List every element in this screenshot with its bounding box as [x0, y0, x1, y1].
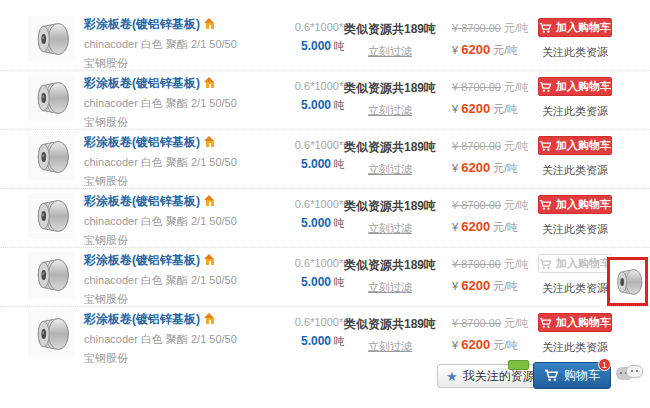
similar-resources-text: 类似资源共189吨 — [342, 257, 438, 274]
filter-now-link[interactable]: 立刻过滤 — [368, 162, 412, 177]
add-to-cart-button[interactable]: 加入购物车 — [538, 195, 612, 214]
followed-resources-button[interactable]: ★ 我关注的资源 — [437, 364, 546, 388]
add-to-cart-button[interactable]: 加入购物车 — [538, 254, 612, 273]
filter-now-link[interactable]: 立刻过滤 — [368, 103, 412, 118]
similar-column: 类似资源共189吨 立刻过滤 — [342, 198, 438, 236]
house-icon — [204, 18, 215, 29]
old-price-value: ¥ 8700.00 — [452, 258, 501, 270]
product-title-link[interactable]: 彩涂板卷(镀铝锌基板) — [84, 16, 274, 33]
action-column: 加入购物车 关注此类资源 — [536, 254, 614, 296]
follow-category-link[interactable]: 关注此类资源 — [542, 222, 608, 237]
product-info: 彩涂板卷(镀铝锌基板) chinacoder 白色 聚酯 2/1 50/50 宝… — [84, 16, 274, 71]
product-image[interactable] — [28, 252, 74, 298]
price-value: 6200 — [461, 337, 490, 352]
add-to-cart-button[interactable]: 加入购物车 — [538, 77, 612, 96]
product-attributes: chinacoder 白色 聚酯 2/1 50/50 — [84, 37, 274, 52]
product-attributes: chinacoder 白色 聚酯 2/1 50/50 — [84, 155, 274, 170]
product-company: 宝钢股份 — [84, 174, 274, 189]
product-title-link[interactable]: 彩涂板卷(镀铝锌基板) — [84, 193, 274, 210]
product-info: 彩涂板卷(镀铝锌基板) chinacoder 白色 聚酯 2/1 50/50 宝… — [84, 252, 274, 307]
product-row: 彩涂板卷(镀铝锌基板) chinacoder 白色 聚酯 2/1 50/50 宝… — [0, 307, 650, 366]
currency-symbol: ¥ — [452, 103, 461, 115]
old-price-value: ¥ 8700.00 — [452, 317, 501, 329]
quantity-value: 5.000 — [301, 216, 331, 230]
product-image[interactable] — [28, 134, 74, 180]
product-title-link[interactable]: 彩涂板卷(镀铝锌基板) — [84, 252, 274, 269]
product-company: 宝钢股份 — [84, 56, 274, 71]
product-title: 彩涂板卷(镀铝锌基板) — [84, 312, 200, 326]
followed-resources-label: 我关注的资源 — [463, 368, 535, 385]
house-icon — [204, 77, 215, 88]
price-unit: 元/吨 — [490, 44, 518, 56]
filter-now-link[interactable]: 立刻过滤 — [368, 44, 412, 59]
action-column: 加入购物车 关注此类资源 — [536, 77, 614, 119]
product-attributes: chinacoder 白色 聚酯 2/1 50/50 — [84, 96, 274, 111]
follow-category-link[interactable]: 关注此类资源 — [542, 340, 608, 355]
footer-bar: ★ 我关注的资源 购物车 1 — [0, 360, 650, 394]
steel-coil-image — [31, 254, 71, 296]
old-price-unit: 元/吨 — [504, 22, 529, 34]
product-attributes: chinacoder 白色 聚酯 2/1 50/50 — [84, 273, 274, 288]
cart-icon — [539, 22, 552, 34]
house-icon — [204, 195, 215, 206]
similar-column: 类似资源共189吨 立刻过滤 — [342, 257, 438, 295]
filter-now-link[interactable]: 立刻过滤 — [368, 280, 412, 295]
action-column: 加入购物车 关注此类资源 — [536, 18, 614, 60]
similar-column: 类似资源共189吨 立刻过滤 — [342, 139, 438, 177]
chat-bubbles-icon[interactable] — [616, 365, 644, 387]
follow-category-link[interactable]: 关注此类资源 — [542, 45, 608, 60]
old-price-unit: 元/吨 — [504, 258, 529, 270]
price-value: 6200 — [461, 278, 490, 293]
similar-column: 类似资源共189吨 立刻过滤 — [342, 316, 438, 354]
product-image[interactable] — [28, 16, 74, 62]
price-unit: 元/吨 — [490, 162, 518, 174]
product-title: 彩涂板卷(镀铝锌基板) — [84, 17, 200, 31]
price-unit: 元/吨 — [490, 221, 518, 233]
product-title-link[interactable]: 彩涂板卷(镀铝锌基板) — [84, 75, 274, 92]
old-price-unit: 元/吨 — [504, 199, 529, 211]
product-info: 彩涂板卷(镀铝锌基板) chinacoder 白色 聚酯 2/1 50/50 宝… — [84, 134, 274, 189]
cart-icon — [544, 369, 559, 382]
add-to-cart-button[interactable]: 加入购物车 — [538, 136, 612, 155]
price-value: 6200 — [461, 219, 490, 234]
product-attributes: chinacoder 白色 聚酯 2/1 50/50 — [84, 332, 274, 347]
filter-now-link[interactable]: 立刻过滤 — [368, 221, 412, 236]
product-company: 宝钢股份 — [84, 292, 274, 307]
product-company: 宝钢股份 — [84, 115, 274, 130]
steel-coil-image — [31, 77, 71, 119]
annotation-red-box — [607, 257, 648, 306]
filter-now-link[interactable]: 立刻过滤 — [368, 339, 412, 354]
cart-icon — [539, 140, 552, 152]
price-value: 6200 — [461, 160, 490, 175]
footer-cart-label: 购物车 — [564, 367, 600, 384]
add-to-cart-label: 加入购物车 — [556, 197, 611, 212]
similar-column: 类似资源共189吨 立刻过滤 — [342, 80, 438, 118]
currency-symbol: ¥ — [452, 221, 461, 233]
add-to-cart-button[interactable]: 加入购物车 — [538, 18, 612, 37]
green-badge — [508, 360, 529, 370]
follow-category-link[interactable]: 关注此类资源 — [542, 281, 608, 296]
add-to-cart-button[interactable]: 加入购物车 — [538, 313, 612, 332]
product-row: 彩涂板卷(镀铝锌基板) chinacoder 白色 聚酯 2/1 50/50 宝… — [0, 189, 650, 248]
product-image[interactable] — [28, 75, 74, 121]
product-image[interactable] — [28, 311, 74, 357]
product-company: 宝钢股份 — [84, 233, 274, 248]
product-info: 彩涂板卷(镀铝锌基板) chinacoder 白色 聚酯 2/1 50/50 宝… — [84, 75, 274, 130]
product-image[interactable] — [28, 193, 74, 239]
old-price-unit: 元/吨 — [504, 140, 529, 152]
quantity-value: 5.000 — [301, 39, 331, 53]
cart-icon — [539, 81, 552, 93]
old-price-unit: 元/吨 — [504, 81, 529, 93]
dragged-coil-thumbnail[interactable] — [612, 263, 644, 301]
page: 彩涂板卷(镀铝锌基板) chinacoder 白色 聚酯 2/1 50/50 宝… — [0, 0, 650, 408]
add-to-cart-label: 加入购物车 — [556, 79, 611, 94]
product-title-link[interactable]: 彩涂板卷(镀铝锌基板) — [84, 311, 274, 328]
follow-category-link[interactable]: 关注此类资源 — [542, 163, 608, 178]
product-list: 彩涂板卷(镀铝锌基板) chinacoder 白色 聚酯 2/1 50/50 宝… — [0, 12, 650, 366]
house-icon — [204, 313, 215, 324]
follow-category-link[interactable]: 关注此类资源 — [542, 104, 608, 119]
action-column: 加入购物车 关注此类资源 — [536, 313, 614, 355]
product-title-link[interactable]: 彩涂板卷(镀铝锌基板) — [84, 134, 274, 151]
price-unit: 元/吨 — [490, 280, 518, 292]
price-unit: 元/吨 — [490, 103, 518, 115]
